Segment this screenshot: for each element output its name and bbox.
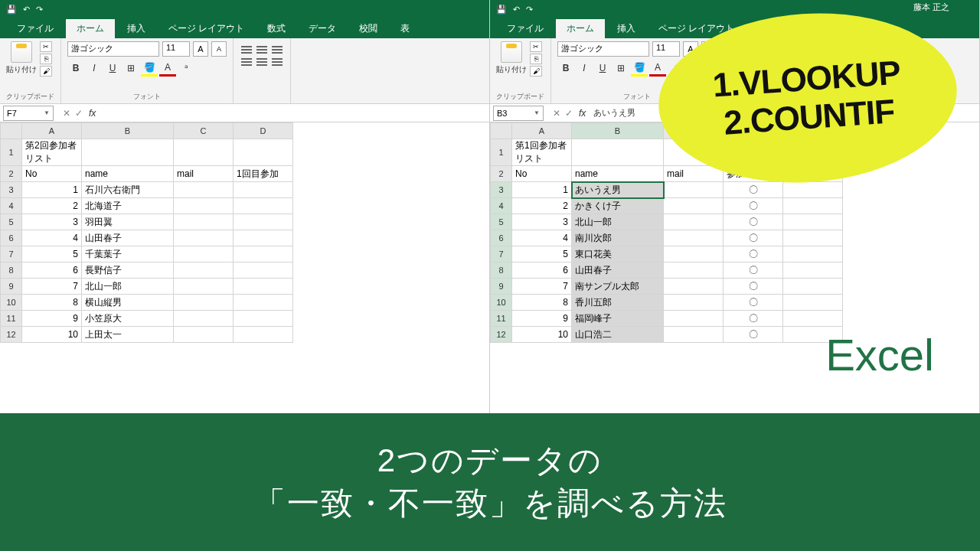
tab-extra[interactable]: 表 — [390, 19, 420, 38]
cell-A3[interactable]: 1 — [512, 182, 572, 198]
redo-icon[interactable]: ↷ — [36, 5, 43, 15]
cell-C6[interactable] — [664, 230, 724, 246]
cell-D7[interactable]: 〇 — [724, 246, 783, 262]
cell-C2[interactable]: mail — [174, 166, 234, 182]
cell-C6[interactable] — [174, 230, 234, 246]
copy-icon[interactable]: ⎘ — [530, 54, 542, 64]
cut-icon[interactable]: ✂ — [530, 41, 542, 52]
spreadsheet-grid-left[interactable]: ABCD1第2回参加者リスト2Nonamemail1回目参加31石川六右衛門42… — [0, 122, 489, 413]
cell-A9[interactable]: 7 — [22, 279, 82, 295]
cell-E9[interactable] — [783, 279, 843, 295]
cell-C8[interactable] — [174, 262, 234, 279]
row-header-3[interactable]: 3 — [1, 182, 22, 198]
copy-icon[interactable]: ⎘ — [40, 54, 52, 64]
font-size-select[interactable]: 11 — [652, 41, 680, 57]
tab-home[interactable]: ホーム — [66, 19, 115, 38]
font-size-select[interactable]: 11 — [162, 41, 190, 57]
row-header-2[interactable]: 2 — [1, 166, 22, 182]
align-bottom-icon[interactable] — [270, 44, 284, 55]
bold-button[interactable]: B — [557, 60, 574, 77]
save-icon[interactable]: 💾 — [496, 5, 507, 15]
format-painter-icon[interactable]: 🖌 — [530, 66, 542, 77]
cell-B3[interactable]: あいうえ男 — [572, 182, 664, 198]
tab-insert[interactable]: 挿入 — [606, 19, 646, 38]
tab-data[interactable]: データ — [298, 19, 347, 38]
cell-A10[interactable]: 8 — [512, 295, 572, 311]
cell-C7[interactable] — [664, 246, 724, 262]
cell-C7[interactable] — [174, 246, 234, 262]
tab-page-layout[interactable]: ページ レイアウト — [158, 19, 255, 38]
cell-D3[interactable] — [234, 182, 293, 198]
cancel-icon[interactable]: ✕ — [553, 108, 560, 119]
confirm-icon[interactable]: ✓ — [565, 108, 573, 119]
cell-B1[interactable] — [572, 139, 664, 166]
cell-C8[interactable] — [664, 262, 724, 279]
paste-button[interactable]: 貼り付け — [6, 41, 37, 77]
column-header-D[interactable]: D — [234, 123, 293, 139]
cell-D5[interactable]: 〇 — [724, 214, 783, 230]
cell-A1[interactable]: 第1回参加者リスト — [512, 139, 572, 166]
cell-C12[interactable] — [664, 327, 724, 343]
cell-C11[interactable] — [174, 311, 234, 327]
row-header-7[interactable]: 7 — [491, 246, 512, 262]
confirm-icon[interactable]: ✓ — [75, 108, 83, 119]
font-name-select[interactable]: 游ゴシック — [557, 41, 649, 57]
font-color-button[interactable]: A — [159, 60, 176, 77]
align-left-icon[interactable] — [240, 57, 253, 67]
cell-D9[interactable] — [234, 279, 293, 295]
redo-icon[interactable]: ↷ — [526, 5, 533, 15]
cell-B4[interactable]: 北海道子 — [82, 198, 174, 214]
cell-D3[interactable]: 〇 — [724, 182, 783, 198]
decrease-font-icon[interactable]: A — [211, 41, 227, 57]
name-box[interactable]: B3 ▼ — [493, 106, 544, 121]
cell-A2[interactable]: No — [22, 166, 82, 182]
fill-color-button[interactable]: 🪣 — [141, 60, 158, 77]
cell-C5[interactable] — [664, 214, 724, 230]
tab-file[interactable]: ファイル — [6, 19, 64, 38]
cell-B3[interactable]: 石川六右衛門 — [82, 182, 174, 198]
row-header-4[interactable]: 4 — [491, 198, 512, 214]
cell-A6[interactable]: 4 — [22, 230, 82, 246]
cell-C3[interactable] — [664, 182, 724, 198]
row-header-7[interactable]: 7 — [1, 246, 22, 262]
cell-A12[interactable]: 10 — [512, 327, 572, 343]
cell-B1[interactable] — [82, 139, 174, 166]
tab-file[interactable]: ファイル — [496, 19, 554, 38]
chevron-down-icon[interactable]: ▼ — [534, 109, 540, 116]
row-header-1[interactable]: 1 — [1, 139, 22, 166]
cell-A7[interactable]: 5 — [22, 246, 82, 262]
cell-B10[interactable]: 横山縦男 — [82, 295, 174, 311]
cell-D4[interactable] — [234, 198, 293, 214]
align-top-icon[interactable] — [240, 44, 253, 55]
cell-A8[interactable]: 6 — [512, 262, 572, 279]
cell-E8[interactable] — [783, 262, 843, 279]
save-icon[interactable]: 💾 — [6, 5, 17, 15]
cell-D11[interactable] — [234, 311, 293, 327]
cell-B6[interactable]: 南川次郎 — [572, 230, 664, 246]
cell-A4[interactable]: 2 — [22, 198, 82, 214]
cell-B7[interactable]: 千葉葉子 — [82, 246, 174, 262]
cell-B10[interactable]: 香川五郎 — [572, 295, 664, 311]
border-button[interactable]: ⊞ — [612, 60, 629, 77]
cell-E11[interactable] — [783, 311, 843, 327]
cell-E5[interactable] — [783, 214, 843, 230]
cell-D6[interactable] — [234, 230, 293, 246]
cell-B6[interactable]: 山田春子 — [82, 230, 174, 246]
column-header-A[interactable]: A — [512, 123, 572, 139]
cell-C12[interactable] — [174, 327, 234, 343]
cell-C10[interactable] — [174, 295, 234, 311]
column-header-A[interactable]: A — [22, 123, 82, 139]
tab-insert[interactable]: 挿入 — [116, 19, 156, 38]
row-header-9[interactable]: 9 — [491, 279, 512, 295]
cell-D9[interactable]: 〇 — [724, 279, 783, 295]
row-header-9[interactable]: 9 — [1, 279, 22, 295]
underline-button[interactable]: U — [104, 60, 121, 77]
cell-C1[interactable] — [174, 139, 234, 166]
cell-E7[interactable] — [783, 246, 843, 262]
cell-B11[interactable]: 福岡峰子 — [572, 311, 664, 327]
cell-E4[interactable] — [783, 198, 843, 214]
chevron-down-icon[interactable]: ▼ — [44, 109, 50, 116]
undo-icon[interactable]: ↶ — [513, 5, 520, 15]
cell-A7[interactable]: 5 — [512, 246, 572, 262]
cell-D1[interactable] — [234, 139, 293, 166]
